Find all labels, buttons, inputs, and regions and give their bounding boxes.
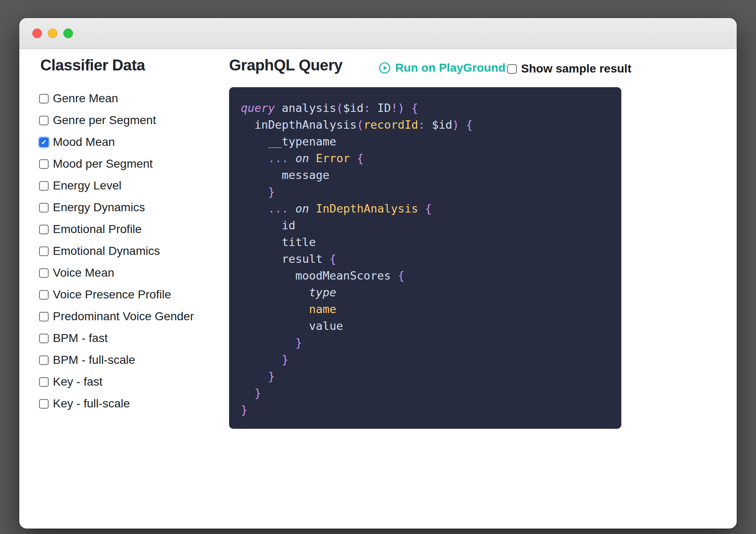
- code-line: }: [241, 368, 610, 385]
- code-line: result {: [241, 251, 610, 267]
- classifier-item-voice-mean[interactable]: Voice Mean: [39, 262, 194, 284]
- code-line: type: [241, 284, 610, 301]
- checkbox-emotional-dynamics[interactable]: [39, 246, 49, 256]
- classifier-item-bpm-full-scale[interactable]: BPM - full-scale: [39, 349, 194, 371]
- show-sample-result-checkbox[interactable]: [507, 64, 517, 74]
- run-on-playground-link[interactable]: Run on PlayGround: [379, 61, 506, 75]
- window-content: Classifier Data Genre MeanGenre per Segm…: [19, 49, 737, 528]
- checkbox-label-genre-mean: Genre Mean: [53, 92, 118, 105]
- checkbox-mood-mean[interactable]: ✓: [39, 137, 49, 147]
- checkbox-voice-mean[interactable]: [39, 268, 49, 278]
- code-line: }: [241, 402, 610, 418]
- checkbox-label-genre-per-segment: Genre per Segment: [53, 114, 156, 127]
- desktop-background: Classifier Data Genre MeanGenre per Segm…: [0, 0, 756, 534]
- classifier-item-emotional-dynamics[interactable]: Emotional Dynamics: [39, 240, 194, 262]
- code-line: moodMeanScores {: [241, 267, 610, 284]
- code-line: __typename: [241, 133, 610, 150]
- classifier-item-bpm-fast[interactable]: BPM - fast: [39, 327, 194, 349]
- checkbox-label-key-fast: Key - fast: [53, 375, 102, 389]
- checkbox-label-emotional-profile: Emotional Profile: [53, 223, 142, 236]
- code-line: query analysis($id: ID!) {: [241, 100, 610, 117]
- classifier-checkbox-list: Genre MeanGenre per Segment✓Mood MeanMoo…: [39, 88, 194, 415]
- checkbox-bpm-fast[interactable]: [39, 334, 49, 343]
- classifier-item-key-full-scale[interactable]: Key - full-scale: [39, 393, 194, 415]
- checkbox-genre-per-segment[interactable]: [39, 116, 49, 125]
- checkbox-energy-dynamics[interactable]: [39, 203, 49, 213]
- checkbox-label-mood-mean: Mood Mean: [53, 135, 115, 149]
- code-line: message: [241, 167, 610, 184]
- checkbox-predominant-voice-gender[interactable]: [39, 312, 49, 321]
- code-line: }: [241, 351, 610, 368]
- classifier-item-emotional-profile[interactable]: Emotional Profile: [39, 218, 194, 240]
- code-line: ... on Error {: [241, 150, 610, 167]
- code-line: inDepthAnalysis(recordId: $id) {: [241, 117, 610, 133]
- checkbox-label-voice-mean: Voice Mean: [53, 266, 114, 280]
- code-line: value: [241, 318, 610, 334]
- classifier-item-genre-per-segment[interactable]: Genre per Segment: [39, 109, 194, 131]
- classifier-item-predominant-voice-gender[interactable]: Predominant Voice Gender: [39, 306, 194, 327]
- code-line: }: [241, 385, 610, 402]
- graphql-code-block: query analysis($id: ID!) { inDepthAnalys…: [229, 87, 621, 429]
- classifier-item-energy-dynamics[interactable]: Energy Dynamics: [39, 197, 194, 218]
- code-line: id: [241, 217, 610, 234]
- checkbox-bpm-full-scale[interactable]: [39, 355, 49, 365]
- code-line: ... on InDepthAnalysis {: [241, 200, 610, 217]
- run-on-playground-label: Run on PlayGround: [395, 61, 506, 75]
- code-line: }: [241, 334, 610, 351]
- classifier-item-key-fast[interactable]: Key - fast: [39, 371, 194, 393]
- code-line: title: [241, 234, 610, 251]
- classifier-item-genre-mean[interactable]: Genre Mean: [39, 88, 194, 109]
- checkbox-mood-per-segment[interactable]: [39, 159, 49, 169]
- checkbox-label-energy-level: Energy Level: [53, 179, 121, 192]
- checkbox-label-mood-per-segment: Mood per Segment: [53, 157, 153, 171]
- checkbox-key-fast[interactable]: [39, 377, 49, 387]
- classifier-item-voice-presence-profile[interactable]: Voice Presence Profile: [39, 284, 194, 306]
- window-titlebar: [19, 18, 737, 49]
- classifier-item-mood-per-segment[interactable]: Mood per Segment: [39, 153, 194, 175]
- classifier-item-energy-level[interactable]: Energy Level: [39, 175, 194, 197]
- checkbox-label-bpm-fast: BPM - fast: [53, 332, 108, 345]
- checkbox-label-emotional-dynamics: Emotional Dynamics: [53, 244, 160, 258]
- classifier-data-title: Classifier Data: [40, 57, 145, 74]
- classifier-item-mood-mean[interactable]: ✓Mood Mean: [39, 131, 194, 153]
- zoom-window-button[interactable]: [63, 29, 73, 38]
- checkbox-label-predominant-voice-gender: Predominant Voice Gender: [53, 310, 194, 323]
- checkbox-key-full-scale[interactable]: [39, 399, 49, 409]
- checkbox-energy-level[interactable]: [39, 181, 49, 191]
- app-window: Classifier Data Genre MeanGenre per Segm…: [19, 18, 737, 529]
- code-line: }: [241, 184, 610, 200]
- checkbox-label-voice-presence-profile: Voice Presence Profile: [53, 288, 171, 301]
- graphql-query-title: GraphQL Query: [229, 57, 342, 74]
- show-sample-result-label: Show sample result: [521, 62, 631, 75]
- play-circle-icon: [379, 62, 391, 74]
- minimize-window-button[interactable]: [48, 29, 57, 38]
- code-line: name: [241, 301, 610, 318]
- checkbox-emotional-profile[interactable]: [39, 225, 49, 234]
- show-sample-result-toggle[interactable]: Show sample result: [507, 62, 631, 75]
- checkbox-label-bpm-full-scale: BPM - full-scale: [53, 353, 135, 367]
- checkbox-label-energy-dynamics: Energy Dynamics: [53, 201, 145, 214]
- checkbox-label-key-full-scale: Key - full-scale: [53, 397, 130, 410]
- close-window-button[interactable]: [32, 29, 42, 38]
- checkbox-voice-presence-profile[interactable]: [39, 290, 49, 300]
- checkbox-genre-mean[interactable]: [39, 94, 49, 104]
